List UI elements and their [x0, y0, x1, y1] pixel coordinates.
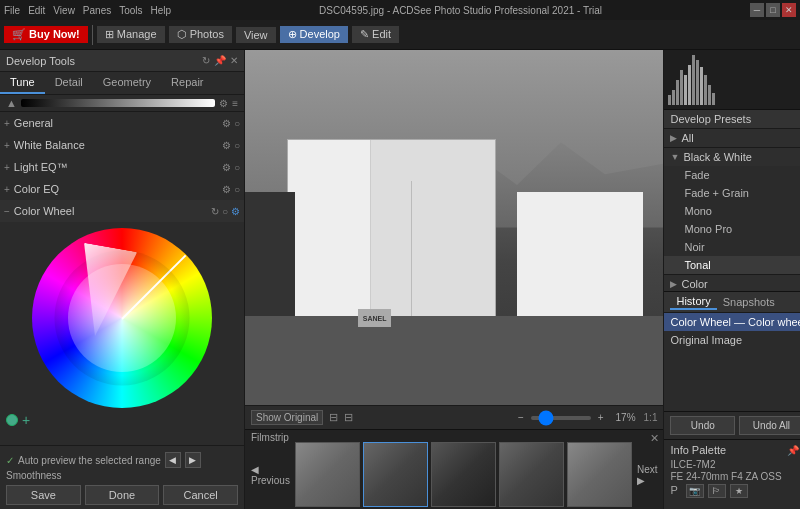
preview-right-button[interactable]: ▶ [185, 452, 201, 468]
color-wheel-section[interactable]: + [0, 222, 244, 445]
tab-snapshots[interactable]: Snapshots [717, 295, 781, 309]
info-pin-icon[interactable]: 📌 [787, 445, 799, 456]
preset-group-bw-header[interactable]: ▼ Black & White [664, 148, 800, 166]
tab-repair[interactable]: Repair [161, 72, 213, 94]
zoom-in-button[interactable]: + [594, 411, 608, 424]
done-button[interactable]: Done [85, 485, 160, 505]
leq-reset-icon[interactable]: ○ [234, 162, 240, 173]
img-compare-icon[interactable]: ⊟ [344, 411, 353, 424]
general-label: General [14, 117, 222, 129]
menu-bar[interactable]: File Edit View Panes Tools Help [4, 5, 171, 16]
show-original-button[interactable]: Show Original [251, 410, 323, 425]
ceq-settings-icon[interactable]: ⚙ [222, 184, 231, 195]
maximize-button[interactable]: □ [766, 3, 780, 17]
wb-reset-icon[interactable]: ○ [234, 140, 240, 151]
img-split-icon[interactable]: ⊟ [329, 411, 338, 424]
auto-preview-row: ✓ Auto preview the selected range ◀ ▶ [6, 452, 238, 468]
minimize-button[interactable]: ─ [750, 3, 764, 17]
section-color-wheel[interactable]: − Color Wheel ↻ ○ ⚙ [0, 200, 244, 222]
rotate-icon[interactable]: ↻ [202, 55, 210, 66]
edit-button[interactable]: ✎ Edit [352, 26, 399, 43]
panel-header: Develop Tools ↻ 📌 ✕ [0, 50, 244, 72]
photos-button[interactable]: ⬡ Photos [169, 26, 232, 43]
thumb-1[interactable] [295, 442, 360, 507]
buy-now-button[interactable]: 🛒 Buy Now! [4, 26, 88, 43]
thumb-2[interactable] [363, 442, 428, 507]
thumb-1-img [296, 443, 359, 506]
panel-title: Develop Tools [6, 55, 75, 67]
panel-close-icon[interactable]: ✕ [230, 55, 238, 66]
filmstrip-close-icon[interactable]: ✕ [650, 432, 659, 445]
thumb-5[interactable] [567, 442, 632, 507]
color-wheel[interactable] [32, 228, 212, 408]
color-wheel-label: Color Wheel [14, 205, 211, 217]
preset-tonal[interactable]: Tonal [664, 256, 800, 274]
close-button[interactable]: ✕ [782, 3, 796, 17]
preset-noir[interactable]: Noir [664, 238, 800, 256]
section-color-eq[interactable]: + Color EQ ⚙ ○ [0, 178, 244, 200]
thumb-4[interactable] [499, 442, 564, 507]
develop-button[interactable]: ⊕ Develop [280, 26, 348, 43]
hist-bar [672, 90, 675, 105]
preset-fade[interactable]: Fade [664, 166, 800, 184]
zoom-slider[interactable] [531, 416, 591, 420]
undo-button[interactable]: Undo [670, 416, 735, 435]
ceq-reset-icon[interactable]: ○ [234, 184, 240, 195]
menu-file[interactable]: File [4, 5, 20, 16]
leq-settings-icon[interactable]: ⚙ [222, 162, 231, 173]
preset-mono-pro[interactable]: Mono Pro [664, 220, 800, 238]
section-general[interactable]: + General ⚙ ○ [0, 112, 244, 134]
info-camera-icon[interactable]: 📷 [686, 484, 704, 498]
info-flag-icon[interactable]: 🏳 [708, 484, 726, 498]
color-wheel-add-icon[interactable]: + [22, 412, 30, 428]
color-wheel-indicator [121, 255, 186, 320]
cw-settings-icon[interactable]: ⚙ [231, 206, 240, 217]
undo-all-button[interactable]: Undo All [739, 416, 800, 435]
section-light-eq[interactable]: + Light EQ™ ⚙ ○ [0, 156, 244, 178]
section-white-balance[interactable]: + White Balance ⚙ ○ [0, 134, 244, 156]
tab-tune[interactable]: Tune [0, 72, 45, 94]
preview-left-button[interactable]: ◀ [165, 452, 181, 468]
zoom-out-button[interactable]: − [514, 411, 528, 424]
info-camera-row: ILCE-7M2 6000x3376 [670, 459, 800, 470]
menu-edit[interactable]: Edit [28, 5, 45, 16]
history-item-0[interactable]: Color Wheel — Color wheel moved 2 [664, 313, 800, 331]
manage-button[interactable]: ⊞ Manage [97, 26, 165, 43]
filmstrip-prev-button[interactable]: ◀ Previous [249, 462, 292, 488]
preset-fade-grain[interactable]: Fade + Grain [664, 184, 800, 202]
image-area[interactable]: SANEL [245, 50, 663, 405]
info-star-icon[interactable]: ★ [730, 484, 748, 498]
tone-more-icon[interactable]: ≡ [232, 98, 238, 109]
menu-panes[interactable]: Panes [83, 5, 111, 16]
wb-settings-icon[interactable]: ⚙ [222, 140, 231, 151]
cw-reset-icon[interactable]: ○ [222, 206, 228, 217]
general-settings-icon[interactable]: ⚙ [222, 118, 231, 129]
zoom-ratio-label: 1:1 [644, 412, 658, 423]
menu-view[interactable]: View [53, 5, 75, 16]
cw-icons: ↻ ○ ⚙ [211, 206, 240, 217]
preset-group-color-header[interactable]: ▶ Color [664, 275, 800, 291]
tab-geometry[interactable]: Geometry [93, 72, 161, 94]
info-lens-row: FE 24-70mm F4 ZA OSS 11.4 MB [670, 471, 800, 482]
view-button[interactable]: View [236, 27, 276, 43]
tone-settings-icon[interactable]: ⚙ [219, 98, 228, 109]
filmstrip: Filmstrip ◀ Previous Next ▶ ✕ [245, 429, 663, 509]
save-button[interactable]: Save [6, 485, 81, 505]
preset-mono[interactable]: Mono [664, 202, 800, 220]
tab-detail[interactable]: Detail [45, 72, 93, 94]
menu-tools[interactable]: Tools [119, 5, 142, 16]
cancel-button[interactable]: Cancel [163, 485, 238, 505]
menu-help[interactable]: Help [151, 5, 172, 16]
history-item-1[interactable]: Original Image 1 [664, 331, 800, 349]
color-wheel-dot [6, 414, 18, 426]
preset-group-all-header[interactable]: ▶ All [664, 129, 800, 147]
info-mode-label: P [670, 484, 677, 503]
tab-history[interactable]: History [670, 294, 716, 310]
pin-icon[interactable]: 📌 [214, 55, 226, 66]
filmstrip-next-button[interactable]: Next ▶ [635, 462, 660, 488]
cw-refresh-icon[interactable]: ↻ [211, 206, 219, 217]
thumb-3[interactable] [431, 442, 496, 507]
window-controls[interactable]: ─ □ ✕ [750, 3, 796, 17]
general-reset-icon[interactable]: ○ [234, 118, 240, 129]
hist-bar [684, 75, 687, 105]
